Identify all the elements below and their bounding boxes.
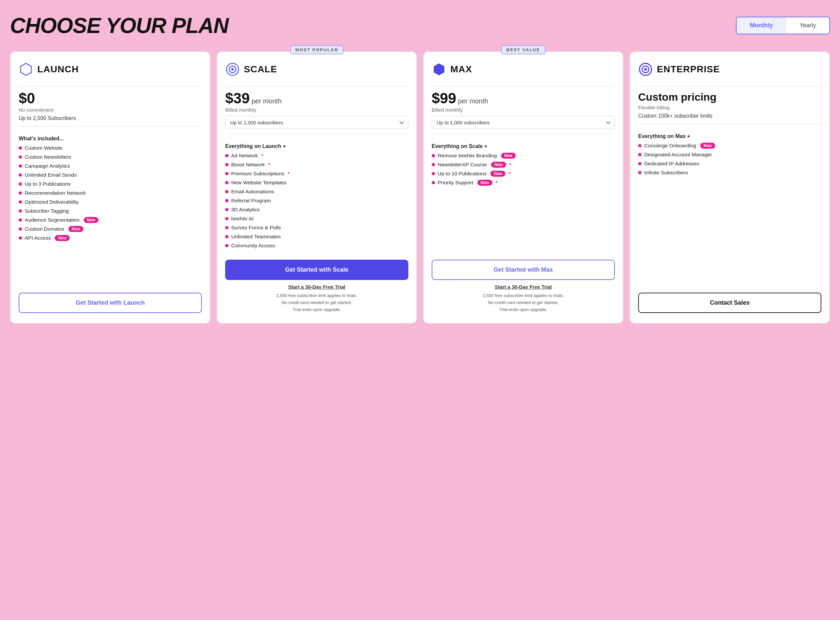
features-label-enterprise: Everything on Max + [638,133,821,139]
billing-toggle[interactable]: Monthly Yearly [736,17,830,34]
plan-header-max: MAX [432,62,615,77]
feature-text: Dedicated IP Addresses [644,161,699,167]
feature-dot [225,154,229,157]
feature-text: Priority Support [438,180,474,186]
plan-header-enterprise: ENTERPRISE [638,62,821,77]
feature-text: Subscriber Tagging [25,208,69,214]
page-title: CHOOSE YOUR PLAN [10,14,229,38]
trial-notes-max: 2,500 free subscriber limit applies to t… [432,292,615,313]
subscribers-dropdown-max[interactable]: Up to 1,000 subscribersUp to 2,500 subsc… [432,116,615,129]
subscribers-note-launch: Up to 2,500 Subscribers [19,115,202,121]
asterisk: * [261,153,263,159]
svg-point-3 [231,68,234,71]
plan-badge-max: BEST VALUE [501,45,546,54]
cta-button-max[interactable]: Get Started with Max [432,260,615,280]
cta-section-scale: Get Started with Scale Start a 30-Day Fr… [225,260,408,313]
feature-text: Boost Network [231,162,265,168]
svg-marker-4 [434,63,444,75]
feature-list-scale: Ad Network* Boost Network* Premium Subsc… [225,153,408,252]
free-trial-link-scale[interactable]: Start a 30-Day Free Trial [225,284,408,290]
feature-text: Up to 3 Publications [25,181,71,187]
feature-list-launch: Custom Website Custom Newsletters Campai… [19,145,202,284]
feature-dot [19,155,22,159]
cta-button-launch[interactable]: Get Started with Launch [19,293,202,313]
subscribers-dropdown-scale[interactable]: Up to 1,000 subscribersUp to 2,500 subsc… [225,116,408,129]
feature-text: Designated Account Manager [644,152,712,158]
feature-text: Audience Segmentation [25,217,80,223]
asterisk: * [509,171,511,177]
plan-price-note-launch: No commitment [19,107,202,113]
free-trial-link-max[interactable]: Start a 30-Day Free Trial [432,284,615,290]
feature-item: Custom DomainsNew [19,226,202,232]
plan-name-launch: LAUNCH [38,64,79,75]
yearly-toggle[interactable]: Yearly [786,17,829,34]
feature-item: Custom Newsletters [19,154,202,160]
plan-price-max: $99 per month [432,91,615,106]
features-label-max: Everything on Scale + [432,143,615,149]
subscribers-note-enterprise: Custom 100k+ subscriber limits [638,113,821,119]
feature-text: Custom Website [25,145,62,151]
feature-dot [432,181,435,184]
feature-dot [19,200,22,204]
features-label-scale: Everything on Launch + [225,143,408,149]
feature-item: Audience SegmentationNew [19,217,202,223]
monthly-toggle[interactable]: Monthly [737,17,786,34]
feature-dot [638,171,641,175]
feature-item: Unlimited Teammates [225,234,408,240]
feature-dot [19,182,22,186]
feature-item: Infinite Subscribers [638,170,821,176]
new-badge: New [501,153,516,159]
feature-dot [19,227,22,231]
plan-price-enterprise: Custom pricing [638,91,821,103]
feature-item: Community Access [225,243,408,249]
feature-item: 3D Analytics [225,207,408,213]
plan-header-launch: LAUNCH [19,62,202,77]
plan-name-enterprise: ENTERPRISE [657,64,720,75]
feature-text: Remove beehiiv Branding [438,153,497,159]
feature-item: Designated Account Manager [638,152,821,158]
feature-text: Survey Forms & Polls [231,225,281,231]
plan-icon-scale [225,62,240,77]
plan-price-note-enterprise: Flexible billing [638,105,821,110]
feature-item: Up to 10 PublicationsNew* [432,171,615,177]
feature-text: Concierge Onboarding [644,143,696,149]
plan-price-note-max: Billed monthly [432,107,615,113]
cta-button-scale[interactable]: Get Started with Scale [225,260,408,280]
cta-button-enterprise[interactable]: Contact Sales [638,293,821,313]
plan-price-launch: $0 [19,91,202,106]
feature-item: Survey Forms & Polls [225,225,408,231]
asterisk: * [496,180,498,186]
feature-dot [19,173,22,177]
new-badge: New [477,180,492,186]
new-badge: New [491,162,506,168]
feature-text: Community Access [231,243,275,249]
plan-card-scale: MOST POPULAR SCALE $39 per month Billed … [217,51,417,324]
feature-dot [19,209,22,213]
plan-card-enterprise: ENTERPRISE Custom pricing Flexible billi… [629,51,830,324]
feature-item: Concierge OnboardingNew [638,143,821,149]
new-badge: New [55,235,70,241]
feature-item: Priority SupportNew* [432,180,615,186]
feature-item: Optimized Deliverability [19,199,202,205]
feature-dot [19,164,22,168]
feature-dot [432,154,435,157]
asterisk: * [288,171,290,177]
feature-item: NewsletterXP CourseNew* [432,162,615,168]
feature-dot [19,146,22,150]
feature-dot [225,217,229,220]
feature-text: Unlimited Teammates [231,234,281,240]
feature-dot [225,226,229,229]
feature-text: Custom Domains [25,226,64,232]
feature-text: Premium Subscriptions [231,171,284,177]
feature-item: Premium Subscriptions* [225,171,408,177]
feature-dot [432,172,435,175]
feature-item: Email Automations [225,189,408,195]
new-badge: New [84,217,99,223]
feature-text: Optimized Deliverability [25,199,79,205]
plan-name-max: MAX [450,64,472,75]
cta-section-max: Get Started with Max Start a 30-Day Free… [432,260,615,313]
feature-text: Campaign Analytics [25,163,70,169]
feature-text: Unlimited Email Sends [25,172,77,178]
plans-container: LAUNCH $0 No commitment Up to 2,500 Subs… [10,51,830,324]
plan-name-scale: SCALE [244,64,277,75]
